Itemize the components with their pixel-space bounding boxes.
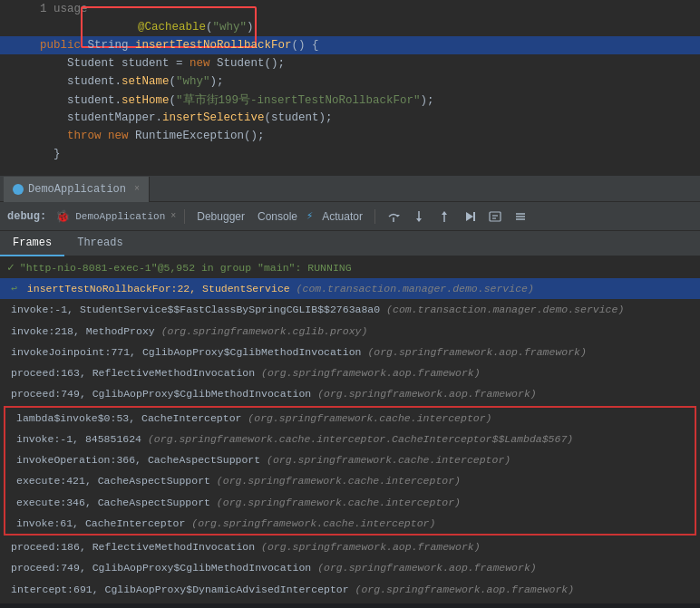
running-status: ✓ "http-nio-8081-exec-1"@5,952 in group … [0,256,700,278]
check-icon: ✓ [7,260,15,275]
code-line-insert: studentMapper.insertSelective(student); [0,109,700,127]
code-editor: 1 usage @Cacheable("why") public String … [0,0,700,177]
frame-item-0[interactable]: ↩ insertTestNoRollbackFor:22, StudentSer… [0,278,700,299]
frame-item-8[interactable]: invokeOperation:366, CacheAspectSupport … [5,449,695,470]
frame-item-7[interactable]: invoke:-1, 845851624 (org.springframewor… [5,429,695,449]
step-into-btn[interactable] [409,208,429,225]
tab-label: DemoApplication [28,183,126,196]
code-line-annotation: @Cacheable("why") [0,18,700,36]
demo-app-label: DemoApplication [75,211,165,222]
frame-item-12[interactable]: proceed:186, ReflectiveMethodInvocation … [0,536,700,557]
debug-toolbar: debug: 🐞 DemoApplication × Debugger Cons… [0,202,700,231]
frame-item-13[interactable]: proceed:749, CglibAopProxy$CglibMethodIn… [0,557,700,578]
frames-threads-tabs: Frames Threads [0,231,700,256]
debug-panel: debug: 🐞 DemoApplication × Debugger Cons… [0,202,700,603]
frame-item-3[interactable]: invokeJoinpoint:771, CglibAopProxy$Cglib… [0,342,700,362]
debug-run-icon: 🐞 [55,209,70,224]
separator-2 [374,209,375,224]
frame-item-2[interactable]: invoke:218, MethodProxy (org.springframe… [0,321,700,342]
console-tab-btn[interactable]: Console [254,208,301,225]
step-over-btn[interactable] [384,208,403,225]
actuator-icon: ⚡ [306,209,313,223]
code-line-throw: throw new RuntimeException(); [0,127,700,145]
frame-item-10[interactable]: execute:346, CacheAspectSupport (org.spr… [5,492,695,513]
svg-marker-6 [466,212,473,221]
frame-item-15[interactable]: insertTestNoRollbackFor:-1, StudentServi… [0,600,700,603]
svg-marker-5 [442,211,447,215]
code-line-brace: } [0,145,700,163]
frames-list[interactable]: ✓ "http-nio-8081-exec-1"@5,952 in group … [0,256,700,603]
debugger-tab-btn[interactable]: Debugger [193,208,248,225]
settings-btn[interactable] [510,208,530,225]
arrow-icon: ↩ [11,283,17,294]
run-to-cursor-btn[interactable] [460,208,480,225]
frame-item-14[interactable]: intercept:691, CglibAopProxy$DynamicAdvi… [0,579,700,600]
tab-threads[interactable]: Threads [64,231,135,256]
step-out-btn[interactable] [434,208,454,225]
frame-item-9[interactable]: execute:421, CacheAspectSupport (org.spr… [5,470,695,491]
frame-item-4[interactable]: proceed:163, ReflectiveMethodInvocation … [0,362,700,383]
code-line-setname: student.setName("why"); [0,72,700,91]
tab-close-icon[interactable]: × [134,184,140,194]
demo-application-tab[interactable]: DemoApplication × [4,177,150,202]
tab-close-debug[interactable]: × [170,211,176,221]
debug-dot-icon [13,184,24,195]
debug-label: debug: [7,210,46,223]
tab-bar: DemoApplication × [0,177,700,202]
cache-interceptor-section: lambda$invoke$0:53, CacheInterceptor (or… [4,406,696,536]
frame-item-11[interactable]: invoke:61, CacheInterceptor (org.springf… [5,513,695,534]
actuator-tab-btn[interactable]: Actuator [318,208,366,225]
separator-1 [184,209,185,224]
code-line-sethome: student.setHome("草市街199号-insertTestNoRol… [0,91,700,109]
frame-item-5[interactable]: proceed:749, CglibAopProxy$CglibMethodIn… [0,383,700,404]
evaluate-btn[interactable] [485,208,505,225]
svg-rect-8 [490,212,501,221]
code-line-student-new: Student student = new Student(); [0,54,700,72]
frame-item-1[interactable]: invoke:-1, StudentService$$FastClassBySp… [0,299,700,320]
frame-item-6[interactable]: lambda$invoke$0:53, CacheInterceptor (or… [5,408,695,429]
tab-frames[interactable]: Frames [0,231,64,256]
svg-marker-3 [416,218,422,222]
